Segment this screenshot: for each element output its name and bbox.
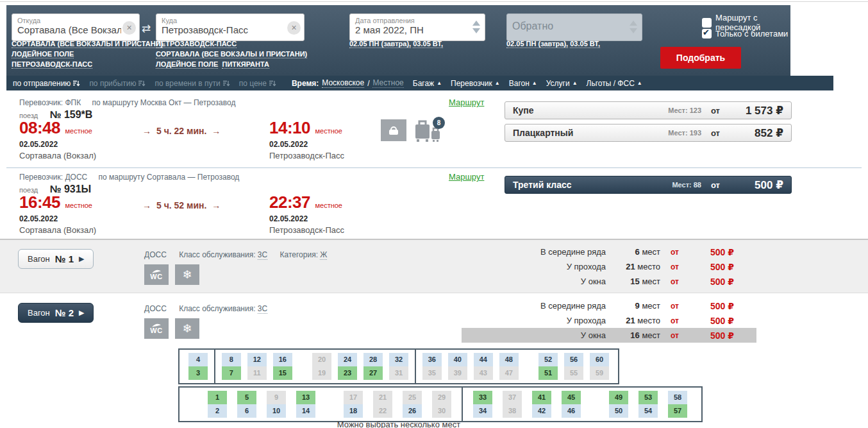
seat-10[interactable]: 10	[267, 404, 286, 418]
tickets-only-checkbox-box[interactable]: ✔	[702, 29, 712, 39]
filter-carrier[interactable]: Перевозчик▲	[451, 79, 500, 88]
seat-34[interactable]: 34	[473, 404, 492, 418]
from-field[interactable]: Откуда ×	[12, 13, 140, 41]
spinner-down-icon[interactable]	[630, 28, 637, 33]
return-spinner[interactable]	[630, 21, 637, 33]
sort-by-travel-time[interactable]: по времени в пути	[154, 79, 230, 88]
seat-price-row[interactable]: В середине ряда 6 мест от 500 ₽	[462, 244, 756, 259]
seat-45[interactable]: 45	[562, 391, 581, 404]
transfer-checkbox-box[interactable]: ✔	[702, 18, 712, 28]
seat-36[interactable]: 36	[422, 353, 442, 366]
seat-price-row[interactable]: В середине ряда 9 мест от 500 ₽	[462, 298, 756, 313]
seat-3[interactable]: 3	[188, 366, 208, 380]
seat-50[interactable]: 50	[609, 404, 628, 418]
category-link[interactable]: Ж	[320, 250, 327, 260]
seat-2[interactable]: 2	[208, 404, 227, 418]
filter-benefits[interactable]: Льготы / ФСС▲	[587, 79, 642, 88]
seat-5[interactable]: 5	[237, 391, 256, 404]
seat-52[interactable]: 52	[538, 353, 558, 366]
spinner-up-icon[interactable]	[472, 21, 480, 26]
seat-27[interactable]: 27	[363, 366, 383, 380]
seat-42[interactable]: 42	[532, 404, 551, 418]
station-link[interactable]: ПЕТРОЗАВОДСК-ПАСС	[156, 40, 237, 48]
seat-24[interactable]: 24	[338, 353, 357, 366]
seat-1[interactable]: 1	[208, 391, 227, 404]
seat-price-row[interactable]: У окна 15 мест от 500 ₽	[462, 274, 756, 289]
route-link[interactable]: Маршрут	[449, 98, 484, 107]
to-input[interactable]	[162, 24, 286, 35]
sort-by-arrival[interactable]: по прибытию	[89, 79, 146, 88]
filter-wagon[interactable]: Вагон▲	[509, 79, 537, 88]
date-link[interactable]: 03.05 ВТ,	[413, 40, 443, 48]
filter-baggage[interactable]: Багаж▲	[413, 79, 442, 88]
station-link[interactable]: ЛОДЕЙНОЕ ПОЛЕ	[12, 50, 74, 58]
seat-57[interactable]: 57	[668, 404, 687, 418]
class-button-third-class[interactable]: Третий класс Мест: 88 от 500 ₽	[505, 176, 792, 194]
seat-16[interactable]: 16	[273, 353, 292, 366]
seat-13[interactable]: 13	[296, 391, 315, 404]
filter-services[interactable]: Услуги▲	[546, 79, 578, 88]
service-class-link[interactable]: 3С	[258, 304, 267, 314]
seat-56[interactable]: 56	[564, 353, 583, 366]
sort-by-price[interactable]: по цене	[239, 79, 276, 88]
seat-48[interactable]: 48	[499, 353, 519, 366]
station-link[interactable]: СОРТАВАЛА (ВСЕ ВОКЗАЛЫ И ПРИСТАНИ)	[156, 50, 307, 58]
service-class-link[interactable]: 3С	[258, 250, 267, 260]
seat-51[interactable]: 51	[538, 366, 558, 380]
seat-8[interactable]: 8	[222, 353, 241, 366]
date-spinner[interactable]	[472, 21, 480, 33]
station-link[interactable]: ЛОДЕЙНОЕ ПОЛЕ	[156, 60, 218, 69]
date-link[interactable]: 02.05 ПН (завтра),	[349, 40, 411, 48]
swap-stations-button[interactable]: ⇄	[142, 22, 151, 35]
seat-46[interactable]: 46	[562, 404, 581, 418]
seat-33[interactable]: 33	[473, 391, 492, 404]
seat-41[interactable]: 41	[532, 391, 551, 404]
wagon-1-button[interactable]: Вагон № 1 ▶	[18, 249, 94, 269]
timezone-local-link[interactable]: Местное	[372, 78, 403, 88]
seat-15[interactable]: 15	[273, 366, 292, 380]
station-link[interactable]: ПИТКЯРАНТА	[222, 60, 269, 69]
seat-53[interactable]: 53	[638, 391, 658, 404]
seat-26[interactable]: 26	[403, 404, 422, 418]
from-input[interactable]	[17, 24, 121, 35]
wagon-2-button[interactable]: Вагон № 2 ▶	[18, 303, 94, 323]
seat-32[interactable]: 32	[389, 353, 408, 366]
return-date-input[interactable]	[512, 21, 624, 32]
seat-7[interactable]: 7	[222, 366, 241, 380]
timezone-moscow-link[interactable]: Московское	[322, 78, 364, 88]
date-link[interactable]: 03.05 ВТ,	[570, 40, 600, 48]
seat-49[interactable]: 49	[609, 391, 628, 404]
depart-date-input[interactable]	[355, 24, 467, 35]
seat-14[interactable]: 14	[296, 404, 315, 418]
spinner-up-icon[interactable]	[630, 21, 637, 26]
class-button-kupe[interactable]: Купе Мест: 123 от 1 573 ₽	[505, 101, 792, 119]
to-field[interactable]: Куда ×	[156, 13, 305, 41]
seat-4[interactable]: 4	[188, 353, 208, 366]
seat-40[interactable]: 40	[448, 353, 467, 366]
tickets-only-checkbox[interactable]: ✔ Только с билетами	[702, 29, 788, 39]
seat-28[interactable]: 28	[363, 353, 383, 366]
seat-12[interactable]: 12	[247, 353, 267, 366]
return-date-field[interactable]	[506, 13, 642, 41]
seat-58[interactable]: 58	[668, 391, 687, 404]
seat-18[interactable]: 18	[344, 404, 363, 418]
sort-by-departure[interactable]: по отправлению	[13, 79, 80, 88]
spinner-down-icon[interactable]	[472, 28, 480, 33]
clear-from-icon[interactable]: ×	[122, 21, 136, 35]
seat-price-row[interactable]: У прохода 21 место от 500 ₽	[462, 259, 756, 274]
submit-search-button[interactable]: Подобрать	[660, 47, 741, 69]
date-link[interactable]: 02.05 ПН (завтра),	[506, 40, 568, 48]
clear-to-icon[interactable]: ×	[287, 21, 301, 35]
depart-date-field[interactable]: Дата отправления	[349, 13, 485, 41]
route-link[interactable]: Маршрут	[449, 172, 484, 182]
seat-54[interactable]: 54	[638, 404, 658, 418]
class-button-platzkart[interactable]: Плацкартный Мест: 193 от 852 ₽	[505, 124, 792, 142]
seat-60[interactable]: 60	[590, 353, 609, 366]
station-link[interactable]: ПЕТРОЗАВОДСК-ПАСС	[12, 60, 92, 69]
seat-6[interactable]: 6	[237, 404, 256, 418]
seat-price-row-selected[interactable]: У окна 16 мест от 500 ₽	[462, 328, 756, 343]
seat-price-row[interactable]: У прохода 21 место от 500 ₽	[462, 313, 756, 328]
seat-44[interactable]: 44	[474, 353, 493, 366]
station-link[interactable]: СОРТАВАЛА (ВСЕ ВОКЗАЛЫ И ПРИСТАНИ)	[12, 40, 163, 48]
seat-23[interactable]: 23	[338, 366, 357, 380]
